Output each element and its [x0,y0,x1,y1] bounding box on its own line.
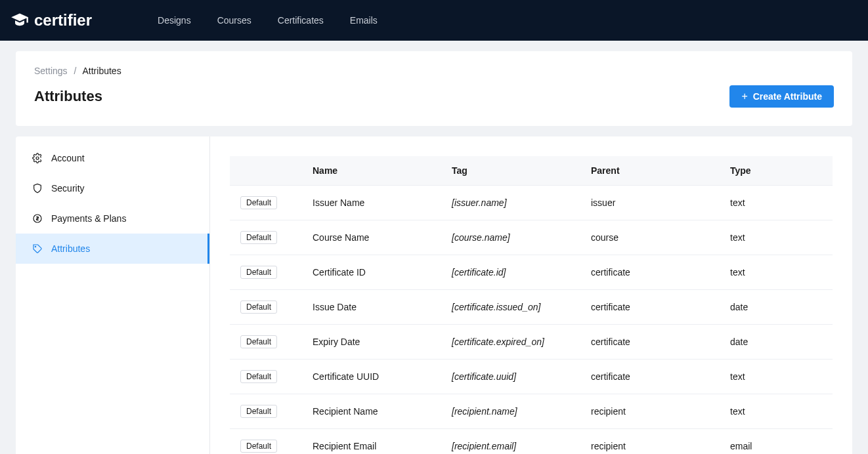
content-card: Account Security Payments & Plans Attrib… [16,136,852,454]
table-row[interactable]: DefaultRecipient Name[recipient.name]rec… [230,394,833,429]
table-header-parent: Parent [580,156,720,186]
table-header-tag: Tag [441,156,580,186]
table-row[interactable]: DefaultIssue Date[certificate.issued_on]… [230,290,833,325]
cell-name: Issuer Name [302,186,441,220]
cell-type: email [720,429,833,455]
default-badge: Default [240,196,277,209]
breadcrumb-parent[interactable]: Settings [34,66,68,76]
breadcrumb-separator: / [74,66,76,76]
cell-tag: [certificate.id] [441,255,580,290]
table-row[interactable]: DefaultRecipient Email[recipient.email]r… [230,429,833,455]
table-header-name: Name [302,156,441,186]
cell-tag: [recipient.name] [441,394,580,429]
settings-sidebar: Account Security Payments & Plans Attrib… [16,136,210,454]
top-nav: Designs Courses Certificates Emails [158,15,378,26]
cell-parent: certificate [580,360,720,394]
sidebar-item-attributes[interactable]: Attributes [16,234,209,264]
page-header: Settings / Attributes Attributes + Creat… [16,51,852,126]
default-badge: Default [240,370,277,383]
main-content: Name Tag Parent Type DefaultIssuer Name[… [210,136,852,454]
default-badge: Default [240,231,277,244]
cell-type: text [720,186,833,220]
table-row[interactable]: DefaultIssuer Name[issuer.name]issuertex… [230,186,833,220]
cell-tag: [certificate.expired_on] [441,325,580,360]
cell-name: Issue Date [302,290,441,325]
table-row[interactable]: DefaultCourse Name[course.name]coursetex… [230,220,833,255]
table-header-type: Type [720,156,833,186]
default-badge: Default [240,440,277,453]
cell-name: Course Name [302,220,441,255]
plus-icon: + [741,91,747,102]
create-attribute-button[interactable]: + Create Attribute [729,85,834,108]
svg-point-2 [35,246,35,247]
cell-name: Certificate UUID [302,360,441,394]
table-row[interactable]: DefaultCertificate ID[certificate.id]cer… [230,255,833,290]
nav-emails[interactable]: Emails [350,15,378,26]
attributes-table: Name Tag Parent Type DefaultIssuer Name[… [230,156,833,454]
sidebar-item-label: Payments & Plans [51,213,126,224]
cell-tag: [issuer.name] [441,186,580,220]
cell-type: date [720,290,833,325]
table-row[interactable]: DefaultCertificate UUID[certificate.uuid… [230,360,833,394]
tag-icon [32,243,43,255]
table-header-row: Name Tag Parent Type [230,156,833,186]
nav-designs[interactable]: Designs [158,15,191,26]
cell-name: Recipient Name [302,394,441,429]
brand[interactable]: certifier [11,11,92,30]
nav-courses[interactable]: Courses [217,15,251,26]
cell-name: Certificate ID [302,255,441,290]
cell-parent: certificate [580,255,720,290]
default-badge: Default [240,266,277,279]
breadcrumb-current: Attributes [83,66,121,76]
table-row[interactable]: DefaultExpiry Date[certificate.expired_o… [230,325,833,360]
shield-icon [32,182,43,194]
cell-name: Recipient Email [302,429,441,455]
default-badge: Default [240,335,277,348]
cell-type: text [720,360,833,394]
default-badge: Default [240,405,277,418]
table-header-blank [230,156,302,186]
cell-parent: recipient [580,394,720,429]
dollar-icon [32,213,43,224]
page-title: Attributes [34,88,102,105]
cell-type: date [720,325,833,360]
cell-tag: [certificate.uuid] [441,360,580,394]
brand-name: certifier [34,11,92,30]
cell-tag: [course.name] [441,220,580,255]
sidebar-item-label: Attributes [51,243,90,254]
cell-parent: course [580,220,720,255]
cell-tag: [recipient.email] [441,429,580,455]
cell-tag: [certificate.issued_on] [441,290,580,325]
create-attribute-label: Create Attribute [753,91,822,102]
sidebar-item-label: Security [51,183,85,194]
nav-certificates[interactable]: Certificates [278,15,324,26]
cell-type: text [720,220,833,255]
cell-type: text [720,394,833,429]
sidebar-item-label: Account [51,153,85,163]
cell-parent: issuer [580,186,720,220]
default-badge: Default [240,300,277,314]
graduation-cap-icon [11,11,29,30]
breadcrumb: Settings / Attributes [34,66,834,76]
gear-icon [32,152,43,164]
cell-parent: certificate [580,290,720,325]
sidebar-item-payments[interactable]: Payments & Plans [16,203,209,234]
cell-parent: certificate [580,325,720,360]
sidebar-item-security[interactable]: Security [16,173,209,203]
sidebar-item-account[interactable]: Account [16,143,209,173]
svg-point-0 [36,157,39,159]
top-bar: certifier Designs Courses Certificates E… [0,0,868,41]
cell-name: Expiry Date [302,325,441,360]
cell-parent: recipient [580,429,720,455]
cell-type: text [720,255,833,290]
